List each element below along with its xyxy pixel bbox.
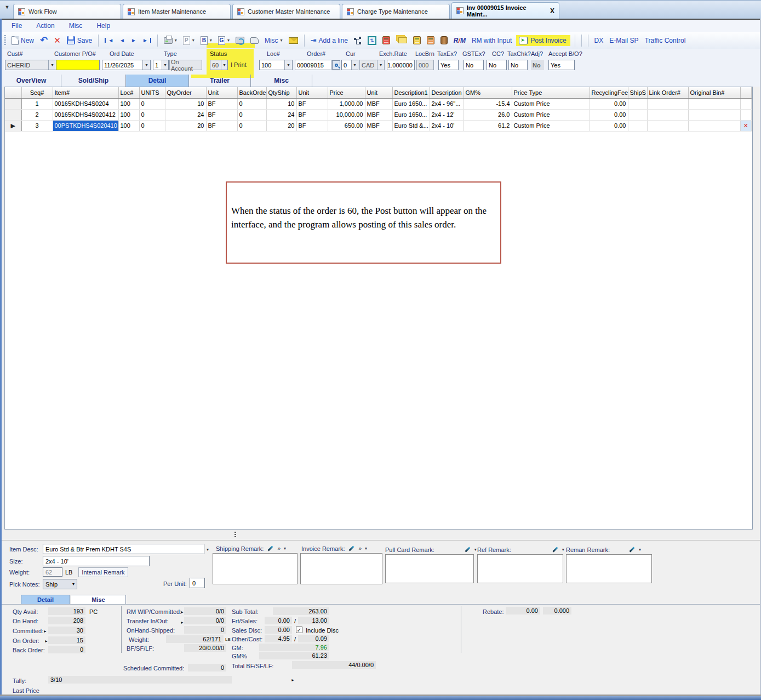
save-button[interactable]: Save: [65, 35, 94, 45]
chevron-down-icon[interactable]: ▾: [365, 546, 367, 551]
email-button[interactable]: [287, 36, 300, 45]
cell-qtyorder[interactable]: 24: [165, 109, 206, 120]
cell-description1[interactable]: Euro Std &...: [392, 120, 430, 131]
chevron-down-icon[interactable]: ▾: [284, 60, 292, 70]
drilldown-arrow-icon[interactable]: ►: [43, 629, 47, 633]
cell-backorder[interactable]: 0: [237, 120, 266, 131]
col-unit2[interactable]: Unit: [296, 87, 328, 98]
cell-backorder[interactable]: 0: [237, 109, 266, 120]
chevron-down-icon[interactable]: ▾: [474, 547, 477, 552]
expand-icon[interactable]: »: [277, 545, 281, 551]
cell-item[interactable]: 00165KDHS4S0204: [53, 98, 118, 109]
cell-loc[interactable]: 100: [118, 98, 139, 109]
cell-recycling-fee[interactable]: 0.00: [590, 98, 628, 109]
accept-bo-input[interactable]: Yes: [548, 60, 575, 70]
chevron-down-icon[interactable]: ▾: [142, 60, 150, 70]
col-item[interactable]: Item#: [53, 87, 118, 98]
cell-price[interactable]: 650.00: [328, 120, 365, 131]
edit-pencil-icon[interactable]: [628, 546, 636, 553]
chevron-down-icon[interactable]: ▾: [351, 60, 358, 70]
cell-ships[interactable]: [628, 120, 647, 131]
cell-ships[interactable]: [628, 98, 647, 109]
chevron-down-icon[interactable]: ▾: [281, 38, 283, 43]
col-loc[interactable]: Loc#: [118, 87, 139, 98]
bol-report-button[interactable]: B▾: [199, 35, 214, 46]
edit-pencil-icon[interactable]: [267, 545, 274, 552]
col-gm[interactable]: GM%: [464, 87, 512, 98]
expand-icon[interactable]: »: [358, 545, 362, 551]
chevron-down-icon[interactable]: ▾: [284, 546, 286, 551]
cell-qtyorder[interactable]: 20: [165, 120, 206, 131]
cell-unit2[interactable]: BF: [296, 98, 328, 109]
cust-combo[interactable]: CHERID▾: [5, 60, 56, 70]
cell-unit3[interactable]: MBF: [365, 109, 392, 120]
fax-print-button[interactable]: [234, 36, 246, 45]
row-selector-current[interactable]: ▶: [5, 120, 21, 131]
cell-qtyorder[interactable]: 10: [165, 98, 206, 109]
cell-seq[interactable]: 1: [21, 98, 53, 109]
drilldown-arrow-icon[interactable]: ►: [180, 621, 184, 624]
chevron-down-icon[interactable]: ▾: [639, 547, 641, 552]
print-button[interactable]: ▾: [162, 36, 179, 45]
cell-description1[interactable]: Euro 1650...: [392, 98, 430, 109]
cell-units[interactable]: 0: [139, 109, 165, 120]
grid-row-1[interactable]: 1 00165KDHS4S0204 100 0 10 BF 0 10 BF 1,…: [5, 98, 751, 109]
reman-remark-textarea[interactable]: [566, 554, 652, 583]
cell-unit1[interactable]: BF: [206, 120, 237, 131]
cell-description[interactable]: 2x4 - 12': [430, 109, 464, 120]
undo-button[interactable]: ↶: [38, 36, 49, 45]
cell-price-type[interactable]: Custom Price: [512, 109, 590, 120]
ord-date-combo[interactable]: 11/26/2025▾: [102, 60, 151, 70]
cell-link-order[interactable]: [647, 109, 688, 120]
ref-remark-textarea[interactable]: [477, 554, 563, 583]
tab-item-master-maintenance[interactable]: Item Master Maintenance: [123, 4, 231, 19]
taxex-input[interactable]: Yes: [438, 60, 459, 70]
pick-notes-combo[interactable]: Ship▾: [43, 579, 77, 589]
cell-price-type[interactable]: Custom Price: [512, 98, 590, 109]
cell-description1[interactable]: Euro 1650...: [392, 109, 430, 120]
col-delete[interactable]: [740, 87, 751, 98]
tab-list-dropdown-icon[interactable]: ▼: [2, 4, 12, 15]
tab-invoice-maintenance[interactable]: Inv 00009015 Invoice Maint... X: [451, 2, 559, 19]
col-qtyorder[interactable]: QtyOrder: [165, 87, 206, 98]
chevron-down-icon[interactable]: ▾: [48, 60, 56, 70]
dx-button[interactable]: DX: [593, 36, 605, 45]
cell-original-bin[interactable]: [688, 98, 740, 109]
cell-item[interactable]: 00165KDHS4S020412: [53, 109, 118, 120]
col-description1[interactable]: Description1: [392, 87, 430, 98]
tab-overview[interactable]: OverView: [2, 75, 61, 87]
next-record-button[interactable]: ►: [129, 36, 138, 44]
cell-qtyship[interactable]: 20: [266, 120, 296, 131]
cur-combo[interactable]: 0▾: [341, 60, 358, 70]
barrel-button[interactable]: [439, 35, 449, 45]
toolbar-grip[interactable]: [4, 35, 6, 46]
cell-loc[interactable]: 100: [118, 120, 139, 131]
chevron-down-icon[interactable]: ▾: [210, 38, 212, 43]
subtab-misc[interactable]: Misc: [71, 595, 126, 604]
splitter-handle[interactable]: [234, 532, 236, 537]
type-combo[interactable]: 1▾: [153, 60, 169, 70]
add-line-button[interactable]: ⇥Add a line: [309, 35, 350, 45]
row-selector[interactable]: [5, 98, 21, 109]
last-record-button[interactable]: ►: [141, 36, 153, 44]
cell-unit1[interactable]: BF: [206, 98, 237, 109]
tab-charge-type-maintenance[interactable]: Charge Type Maintenance: [342, 4, 450, 19]
col-recycling-fee[interactable]: RecyclingFee: [590, 87, 628, 98]
tab-trailer[interactable]: Trailer: [189, 75, 251, 87]
cell-backorder[interactable]: 0: [237, 98, 266, 109]
drilldown-arrow-icon[interactable]: ►: [180, 610, 184, 614]
calc-orange-button[interactable]: [425, 35, 436, 45]
traffic-control-button[interactable]: Traffic Control: [643, 36, 688, 45]
calc-yellow-button[interactable]: [411, 35, 422, 45]
status-combo[interactable]: 60▾: [210, 60, 228, 70]
cell-unit2[interactable]: BF: [296, 109, 328, 120]
col-rowselector[interactable]: [5, 87, 21, 98]
customer-po-input[interactable]: [56, 60, 100, 70]
cell-units[interactable]: 0: [139, 120, 165, 131]
post-invoice-button[interactable]: Post Invoice: [516, 35, 570, 46]
cell-delete[interactable]: [740, 98, 751, 109]
order-number-input[interactable]: 00009015: [295, 60, 331, 70]
col-link-order[interactable]: Link Order#: [647, 87, 688, 98]
delete-row-icon[interactable]: ✕: [740, 120, 751, 131]
exch-rate-input[interactable]: 1.000000: [387, 60, 415, 70]
